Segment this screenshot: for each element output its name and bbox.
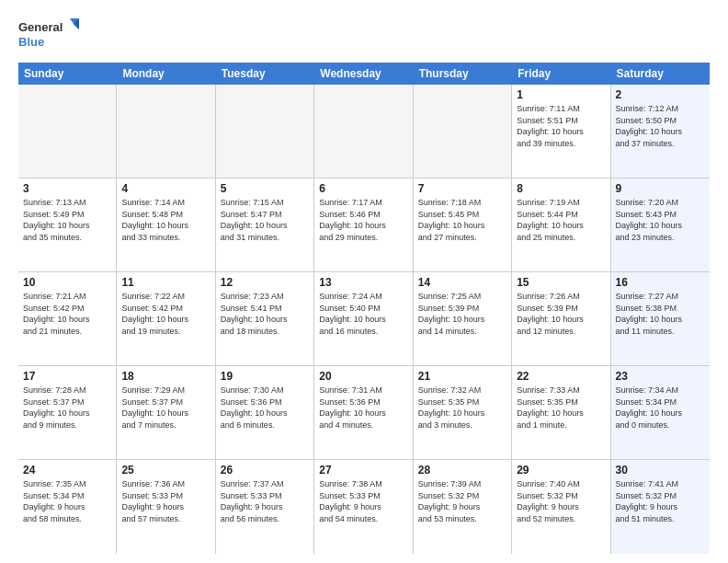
day-number: 4 — [121, 182, 210, 195]
day-number: 19 — [221, 370, 309, 383]
cal-cell-empty-1 — [117, 85, 215, 178]
day-number: 18 — [121, 370, 210, 383]
cell-info: Sunrise: 7:41 AM Sunset: 5:32 PM Dayligh… — [616, 478, 705, 524]
cal-cell-21: 21Sunrise: 7:32 AM Sunset: 5:35 PM Dayli… — [414, 366, 512, 459]
cal-cell-empty-3 — [314, 85, 413, 178]
cal-cell-30: 30Sunrise: 7:41 AM Sunset: 5:32 PM Dayli… — [611, 460, 710, 554]
day-number: 25 — [121, 464, 210, 477]
cell-info: Sunrise: 7:28 AM Sunset: 5:37 PM Dayligh… — [23, 385, 111, 431]
cal-cell-8: 8Sunrise: 7:19 AM Sunset: 5:44 PM Daylig… — [512, 178, 610, 271]
cell-info: Sunrise: 7:27 AM Sunset: 5:38 PM Dayligh… — [616, 291, 705, 337]
day-number: 23 — [616, 370, 705, 383]
header: General Blue — [18, 15, 710, 53]
header-cell-monday: Monday — [117, 63, 215, 85]
cell-info: Sunrise: 7:23 AM Sunset: 5:41 PM Dayligh… — [221, 291, 309, 337]
cell-info: Sunrise: 7:15 AM Sunset: 5:47 PM Dayligh… — [221, 197, 309, 243]
cal-cell-24: 24Sunrise: 7:35 AM Sunset: 5:34 PM Dayli… — [18, 460, 117, 554]
day-number: 5 — [221, 182, 309, 195]
cell-info: Sunrise: 7:13 AM Sunset: 5:49 PM Dayligh… — [23, 197, 111, 243]
cell-info: Sunrise: 7:38 AM Sunset: 5:33 PM Dayligh… — [319, 478, 407, 524]
calendar-body: 1Sunrise: 7:11 AM Sunset: 5:51 PM Daylig… — [18, 85, 710, 554]
day-number: 21 — [418, 370, 506, 383]
cal-cell-5: 5Sunrise: 7:15 AM Sunset: 5:47 PM Daylig… — [216, 178, 314, 271]
cal-cell-empty-0 — [18, 85, 117, 178]
cal-cell-10: 10Sunrise: 7:21 AM Sunset: 5:42 PM Dayli… — [18, 272, 117, 365]
day-number: 1 — [517, 88, 605, 101]
cal-row-5: 24Sunrise: 7:35 AM Sunset: 5:34 PM Dayli… — [18, 460, 710, 554]
cell-info: Sunrise: 7:24 AM Sunset: 5:40 PM Dayligh… — [319, 291, 407, 337]
day-number: 24 — [23, 464, 111, 477]
cell-info: Sunrise: 7:25 AM Sunset: 5:39 PM Dayligh… — [418, 291, 506, 337]
day-number: 6 — [319, 182, 407, 195]
cal-cell-14: 14Sunrise: 7:25 AM Sunset: 5:39 PM Dayli… — [414, 272, 512, 365]
header-cell-wednesday: Wednesday — [314, 63, 413, 85]
cell-info: Sunrise: 7:30 AM Sunset: 5:36 PM Dayligh… — [221, 385, 309, 431]
day-number: 10 — [23, 276, 111, 289]
header-cell-sunday: Sunday — [18, 63, 117, 85]
cell-info: Sunrise: 7:33 AM Sunset: 5:35 PM Dayligh… — [517, 385, 605, 431]
day-number: 30 — [616, 464, 705, 477]
cell-info: Sunrise: 7:31 AM Sunset: 5:36 PM Dayligh… — [319, 385, 407, 431]
day-number: 7 — [418, 182, 506, 195]
day-number: 28 — [418, 464, 506, 477]
cal-cell-2: 2Sunrise: 7:12 AM Sunset: 5:50 PM Daylig… — [611, 85, 710, 178]
day-number: 15 — [517, 276, 605, 289]
day-number: 3 — [23, 182, 111, 195]
cal-cell-29: 29Sunrise: 7:40 AM Sunset: 5:32 PM Dayli… — [512, 460, 610, 554]
cal-cell-1: 1Sunrise: 7:11 AM Sunset: 5:51 PM Daylig… — [512, 85, 610, 178]
cal-cell-16: 16Sunrise: 7:27 AM Sunset: 5:38 PM Dayli… — [611, 272, 710, 365]
cal-cell-13: 13Sunrise: 7:24 AM Sunset: 5:40 PM Dayli… — [314, 272, 413, 365]
day-number: 9 — [616, 182, 705, 195]
day-number: 27 — [319, 464, 407, 477]
cal-cell-7: 7Sunrise: 7:18 AM Sunset: 5:45 PM Daylig… — [414, 178, 512, 271]
cell-info: Sunrise: 7:26 AM Sunset: 5:39 PM Dayligh… — [517, 291, 605, 337]
cell-info: Sunrise: 7:17 AM Sunset: 5:46 PM Dayligh… — [319, 197, 407, 243]
header-cell-thursday: Thursday — [414, 63, 512, 85]
cal-cell-3: 3Sunrise: 7:13 AM Sunset: 5:49 PM Daylig… — [18, 178, 117, 271]
svg-text:General: General — [18, 20, 63, 34]
cell-info: Sunrise: 7:36 AM Sunset: 5:33 PM Dayligh… — [121, 478, 210, 524]
cal-row-4: 17Sunrise: 7:28 AM Sunset: 5:37 PM Dayli… — [18, 366, 710, 460]
cal-cell-25: 25Sunrise: 7:36 AM Sunset: 5:33 PM Dayli… — [117, 460, 215, 554]
cal-cell-18: 18Sunrise: 7:29 AM Sunset: 5:37 PM Dayli… — [117, 366, 215, 459]
cal-cell-17: 17Sunrise: 7:28 AM Sunset: 5:37 PM Dayli… — [18, 366, 117, 459]
cal-cell-15: 15Sunrise: 7:26 AM Sunset: 5:39 PM Dayli… — [512, 272, 610, 365]
cal-row-2: 3Sunrise: 7:13 AM Sunset: 5:49 PM Daylig… — [18, 178, 710, 272]
day-number: 14 — [418, 276, 506, 289]
cal-cell-26: 26Sunrise: 7:37 AM Sunset: 5:33 PM Dayli… — [216, 460, 314, 554]
cal-row-1: 1Sunrise: 7:11 AM Sunset: 5:51 PM Daylig… — [18, 85, 710, 178]
day-number: 2 — [616, 88, 705, 101]
day-number: 16 — [616, 276, 705, 289]
cal-row-3: 10Sunrise: 7:21 AM Sunset: 5:42 PM Dayli… — [18, 272, 710, 366]
cal-cell-12: 12Sunrise: 7:23 AM Sunset: 5:41 PM Dayli… — [216, 272, 314, 365]
header-cell-tuesday: Tuesday — [216, 63, 314, 85]
cal-cell-19: 19Sunrise: 7:30 AM Sunset: 5:36 PM Dayli… — [216, 366, 314, 459]
day-number: 26 — [221, 464, 309, 477]
cal-cell-6: 6Sunrise: 7:17 AM Sunset: 5:46 PM Daylig… — [314, 178, 413, 271]
cal-cell-9: 9Sunrise: 7:20 AM Sunset: 5:43 PM Daylig… — [611, 178, 710, 271]
day-number: 8 — [517, 182, 605, 195]
page: General Blue SundayMondayTuesdayWednesda… — [0, 0, 728, 563]
cal-cell-11: 11Sunrise: 7:22 AM Sunset: 5:42 PM Dayli… — [117, 272, 215, 365]
cell-info: Sunrise: 7:22 AM Sunset: 5:42 PM Dayligh… — [121, 291, 210, 337]
calendar-header: SundayMondayTuesdayWednesdayThursdayFrid… — [18, 63, 710, 85]
calendar: SundayMondayTuesdayWednesdayThursdayFrid… — [18, 63, 710, 554]
cell-info: Sunrise: 7:14 AM Sunset: 5:48 PM Dayligh… — [121, 197, 210, 243]
cell-info: Sunrise: 7:37 AM Sunset: 5:33 PM Dayligh… — [221, 478, 309, 524]
cal-cell-23: 23Sunrise: 7:34 AM Sunset: 5:34 PM Dayli… — [611, 366, 710, 459]
cal-cell-28: 28Sunrise: 7:39 AM Sunset: 5:32 PM Dayli… — [414, 460, 512, 554]
day-number: 11 — [121, 276, 210, 289]
logo-svg: General Blue — [18, 15, 83, 53]
cell-info: Sunrise: 7:35 AM Sunset: 5:34 PM Dayligh… — [23, 478, 111, 524]
cal-cell-empty-4 — [414, 85, 512, 178]
cal-cell-27: 27Sunrise: 7:38 AM Sunset: 5:33 PM Dayli… — [314, 460, 413, 554]
day-number: 22 — [517, 370, 605, 383]
day-number: 17 — [23, 370, 111, 383]
cell-info: Sunrise: 7:29 AM Sunset: 5:37 PM Dayligh… — [121, 385, 210, 431]
cal-cell-empty-2 — [216, 85, 314, 178]
cell-info: Sunrise: 7:11 AM Sunset: 5:51 PM Dayligh… — [517, 103, 605, 149]
cal-cell-4: 4Sunrise: 7:14 AM Sunset: 5:48 PM Daylig… — [117, 178, 215, 271]
day-number: 13 — [319, 276, 407, 289]
day-number: 29 — [517, 464, 605, 477]
svg-text:Blue: Blue — [18, 35, 44, 49]
